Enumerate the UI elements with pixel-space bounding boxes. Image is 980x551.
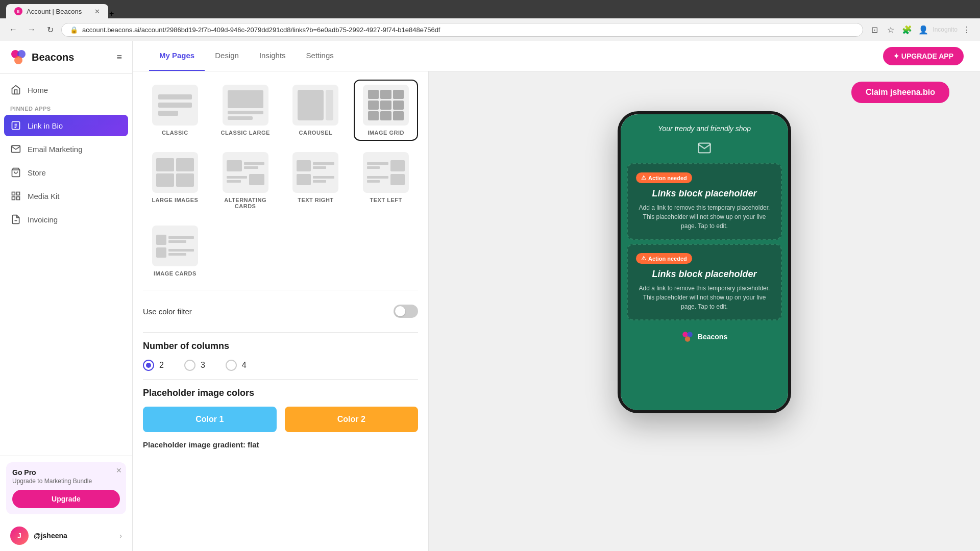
link-in-bio-icon (10, 120, 21, 131)
columns-option-3[interactable]: 3 (184, 360, 205, 371)
home-icon (10, 84, 21, 95)
invoicing-icon (10, 214, 21, 225)
forward-button[interactable]: → (24, 22, 39, 37)
layout-carousel-label: CAROUSEL (299, 130, 333, 136)
phone-header-text: Your trendy and friendly shop (629, 124, 780, 133)
pinned-section-label: PINNED APPS (0, 102, 132, 114)
sidebar-item-media-kit-label: Media Kit (28, 192, 60, 201)
logo-icon (10, 49, 27, 65)
color-1-button[interactable]: Color 1 (143, 407, 277, 432)
layout-option-text-right[interactable]: TEXT RIGHT (284, 147, 348, 214)
color-filter-toggle[interactable] (394, 305, 418, 318)
avatar: J (10, 527, 29, 545)
layout-options-grid: CLASSIC (143, 80, 418, 282)
layout-image-grid-label: IMAGE GRID (368, 130, 404, 136)
phone-mockup: Your trendy and friendly shop ⚠ (618, 111, 791, 413)
new-tab-button[interactable]: + (109, 9, 114, 18)
sidebar-item-media-kit[interactable]: Media Kit (0, 184, 132, 208)
radio-circle-3 (184, 360, 195, 371)
sidebar-logo: Beacons (10, 49, 74, 65)
layout-option-carousel[interactable]: CAROUSEL (284, 80, 348, 141)
settings-panel: CLASSIC (133, 71, 429, 551)
layout-option-image-grid[interactable]: IMAGE GRID (354, 80, 418, 141)
phone-card-2: ⚠ Action needed Links block placeholder … (627, 244, 782, 320)
color-filter-row: Use color filter (143, 298, 418, 324)
placeholder-colors-section: Placeholder image colors Color 1 Color 2 (143, 388, 418, 432)
svg-point-14 (687, 332, 693, 337)
layout-option-image-cards[interactable]: IMAGE CARDS (143, 220, 207, 282)
sidebar-item-invoicing-label: Invoicing (28, 215, 58, 224)
user-name: @jsheena (34, 532, 114, 540)
layout-classic-large-label: CLASSIC LARGE (220, 130, 270, 136)
bookmark-button[interactable]: ☆ (884, 22, 898, 37)
email-marketing-icon (10, 143, 21, 155)
profile-button[interactable]: 👤 (916, 22, 930, 37)
menu-button[interactable]: ⋮ (960, 22, 974, 37)
main-tabs: My Pages Design Insights Settings (149, 41, 344, 71)
url-text: account.beacons.ai/account/2986bd19-2f7b… (82, 26, 854, 34)
cast-button[interactable]: ⊡ (867, 22, 881, 37)
sidebar: Beacons ≡ Home PINNED APPS (0, 41, 133, 551)
layout-option-alternating-cards[interactable]: ALTERNATING CARDS (213, 147, 278, 214)
color-2-button[interactable]: Color 2 (285, 407, 419, 432)
tab-design[interactable]: Design (205, 41, 249, 71)
tab-insights[interactable]: Insights (249, 41, 296, 71)
layout-option-classic[interactable]: CLASSIC (143, 80, 207, 141)
go-pro-description: Upgrade to Marketing Bundle (12, 478, 120, 485)
preview-area: Claim jsheena.bio Your trendy and friend… (429, 71, 980, 551)
columns-4-label: 4 (242, 361, 247, 370)
user-row[interactable]: J @jsheena › (0, 520, 132, 551)
placeholder-colors-title: Placeholder image colors (143, 388, 418, 398)
sidebar-item-home[interactable]: Home (0, 78, 132, 102)
banner-close-button[interactable]: ✕ (116, 466, 122, 474)
upgrade-app-button[interactable]: ✦ UPGRADE APP (883, 47, 964, 65)
layout-option-classic-large[interactable]: CLASSIC LARGE (213, 80, 278, 141)
sidebar-item-link-in-bio[interactable]: Link in Bio (4, 115, 128, 136)
columns-title: Number of columns (143, 341, 418, 352)
radio-circle-2 (143, 360, 154, 371)
sidebar-item-email-label: Email Marketing (28, 145, 83, 154)
layout-text-left-label: TEXT LEFT (370, 197, 402, 203)
sidebar-item-link-in-bio-label: Link in Bio (28, 121, 63, 130)
divider-2 (143, 332, 418, 333)
layout-option-large-images[interactable]: LARGE IMAGES (143, 147, 207, 214)
upgrade-banner: ✕ Go Pro Upgrade to Marketing Bundle Upg… (6, 462, 126, 514)
sidebar-item-home-label: Home (28, 86, 48, 94)
columns-option-2[interactable]: 2 (143, 360, 164, 371)
hamburger-button[interactable]: ≡ (116, 52, 122, 63)
tab-my-pages[interactable]: My Pages (149, 41, 205, 71)
tab-settings[interactable]: Settings (296, 41, 344, 71)
color-buttons-row: Color 1 Color 2 (143, 407, 418, 432)
gradient-row: Placeholder image gradient: flat (143, 440, 418, 449)
layout-classic-label: CLASSIC (162, 130, 188, 136)
sidebar-item-store[interactable]: Store (0, 161, 132, 184)
phone-footer-text: Beacons (698, 333, 727, 341)
layout-option-text-left[interactable]: TEXT LEFT (354, 147, 418, 214)
svg-rect-11 (12, 197, 15, 200)
gradient-label: Placeholder image gradient: flat (143, 440, 259, 449)
extension-button[interactable]: 🧩 (900, 22, 914, 37)
gradient-value: flat (248, 440, 259, 449)
browser-tab[interactable]: B Account | Beacons ✕ (6, 4, 108, 18)
action-needed-badge-2: ⚠ Action needed (636, 253, 692, 264)
upgrade-button[interactable]: Upgrade (12, 490, 120, 508)
lock-icon: 🔒 (70, 26, 78, 34)
address-bar[interactable]: 🔒 account.beacons.ai/account/2986bd19-2f… (61, 23, 863, 37)
sidebar-item-invoicing[interactable]: Invoicing (0, 208, 132, 231)
claim-button[interactable]: Claim jsheena.bio (851, 82, 949, 103)
phone-email-icon (621, 137, 788, 159)
action-needed-badge-1: ⚠ Action needed (636, 172, 692, 183)
chevron-right-icon: › (119, 532, 122, 540)
sidebar-item-store-label: Store (28, 168, 46, 177)
sidebar-item-email[interactable]: Email Marketing (0, 137, 132, 161)
browser-chrome: B Account | Beacons ✕ + (0, 0, 980, 18)
svg-rect-10 (17, 197, 20, 200)
reload-button[interactable]: ↻ (43, 22, 57, 37)
svg-rect-9 (17, 192, 20, 195)
radio-circle-4 (226, 360, 237, 371)
phone-footer: Beacons (621, 324, 788, 349)
svg-point-13 (682, 332, 688, 337)
columns-option-4[interactable]: 4 (226, 360, 247, 371)
tab-close-icon[interactable]: ✕ (94, 8, 100, 15)
back-button[interactable]: ← (6, 22, 20, 37)
